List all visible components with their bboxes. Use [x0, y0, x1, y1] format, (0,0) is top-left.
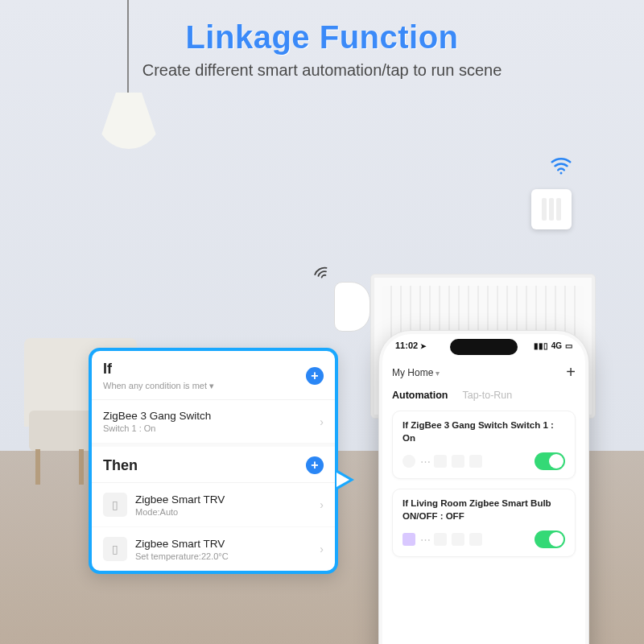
then-item-title: Zigbee Smart TRV	[135, 493, 312, 506]
signal-icon: ▮▮▯	[534, 341, 548, 350]
tab-row: Automation Tap-to-Run	[392, 390, 576, 401]
svg-point-0	[560, 172, 563, 175]
if-item-sub: Switch 1 : On	[103, 423, 312, 433]
tab-tap-to-run[interactable]: Tap-to-Run	[462, 390, 512, 401]
device-thumb-icon: ▯	[103, 537, 127, 561]
automation-flow-icons: ⋯	[402, 455, 482, 468]
automation-toggle[interactable]	[535, 452, 565, 470]
then-action-item[interactable]: ▯ Zigbee Smart TRV Mode:Auto ›	[92, 483, 335, 527]
headline: Linkage Function	[0, 19, 644, 56]
automation-card[interactable]: If Living Room Zigbee Smart Bulb ON/OFF …	[392, 489, 576, 557]
wifi-signal-large-icon	[549, 153, 573, 183]
then-section: Then +	[92, 444, 335, 483]
automation-callout: If When any condition is met ▾ + ZigBee …	[89, 348, 338, 574]
if-condition-mode[interactable]: When any condition is met ▾	[103, 381, 214, 391]
device-icon	[434, 455, 447, 468]
plus-icon: +	[311, 369, 318, 383]
if-section: If When any condition is met ▾ +	[92, 351, 335, 400]
arrow-icon: ⋯	[420, 534, 429, 546]
callout-pointer-icon	[335, 469, 354, 491]
phone-notch	[450, 339, 518, 355]
device-thumb-icon: ▯	[103, 493, 127, 517]
trigger-icon	[402, 455, 415, 468]
if-condition-item[interactable]: ZigBee 3 Gang Switch Switch 1 : On ›	[92, 400, 335, 444]
then-item-sub: Set temperature:22.0°C	[135, 551, 312, 561]
device-icon	[434, 533, 447, 546]
automation-toggle[interactable]	[535, 530, 565, 548]
arrow-icon: ⋯	[420, 456, 429, 468]
chevron-right-icon: ›	[320, 543, 324, 555]
chevron-right-icon: ›	[320, 415, 324, 428]
add-condition-button[interactable]: +	[306, 367, 324, 385]
trv-device	[334, 282, 370, 332]
trigger-icon	[402, 533, 415, 546]
battery-icon: ▭	[565, 341, 572, 350]
location-icon: ➤	[420, 342, 427, 350]
then-action-item[interactable]: ▯ Zigbee Smart TRV Set temperature:22.0°…	[92, 527, 335, 571]
device-icon	[452, 455, 464, 468]
device-icon	[452, 533, 464, 546]
device-icon	[469, 455, 482, 468]
wall-switch	[531, 189, 572, 229]
device-icon	[469, 533, 482, 546]
then-item-title: Zigbee Smart TRV	[135, 538, 312, 550]
status-time: 11:02 ➤	[395, 341, 427, 350]
automation-card[interactable]: If ZigBee 3 Gang Switch Switch 1 : On ⋯	[392, 411, 576, 479]
subheadline: Create different smart automation/tap to…	[0, 61, 644, 80]
then-item-sub: Mode:Auto	[135, 507, 312, 517]
chevron-right-icon: ›	[320, 498, 324, 511]
then-label: Then	[103, 457, 138, 474]
add-automation-button[interactable]: +	[566, 363, 576, 382]
automation-flow-icons: ⋯	[402, 533, 482, 546]
network-label: 4G	[551, 341, 562, 350]
automation-card-title: If ZigBee 3 Gang Switch Switch 1 : On	[402, 419, 565, 444]
plus-icon: +	[311, 458, 318, 473]
tab-automation[interactable]: Automation	[392, 390, 448, 401]
phone-mockup: 11:02 ➤ ▮▮▯ 4G ▭ My Home + Automation Ta…	[378, 330, 589, 644]
if-label: If	[103, 361, 214, 378]
add-action-button[interactable]: +	[306, 456, 324, 474]
automation-card-title: If Living Room Zigbee Smart Bulb ON/OFF …	[402, 497, 565, 522]
if-item-title: ZigBee 3 Gang Switch	[103, 410, 312, 422]
home-selector[interactable]: My Home	[392, 367, 440, 378]
